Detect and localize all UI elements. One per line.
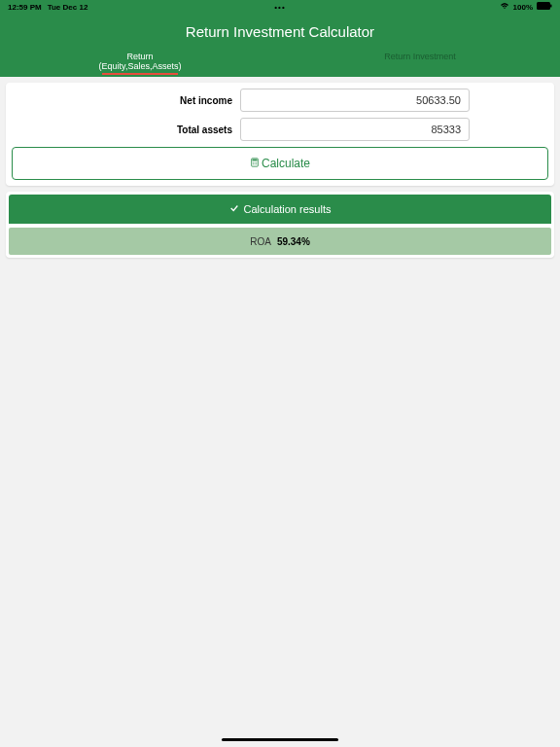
net-income-row: Net income [12, 89, 548, 112]
tab-return-investment[interactable]: Return Investment [280, 48, 560, 77]
status-bar: 12:59 PM Tue Dec 12 ••• 100% [0, 0, 560, 14]
battery-percent: 100% [513, 3, 533, 12]
tab-label: Return Investment [280, 52, 560, 61]
check-icon [229, 203, 239, 215]
svg-point-5 [254, 162, 255, 163]
status-date: Tue Dec 12 [48, 3, 88, 12]
input-card: Net income Total assets Calculate [6, 83, 554, 186]
wifi-icon [500, 2, 509, 12]
svg-point-8 [254, 163, 255, 164]
svg-point-6 [256, 162, 257, 163]
content-area: Net income Total assets Calculate Calcul… [0, 77, 560, 264]
page-title: Return Investment Calculator [0, 14, 560, 48]
results-heading: Calculation results [244, 203, 332, 215]
results-card: Calculation results ROA 59.34% [6, 192, 554, 258]
tab-return[interactable]: Return (Equity,Sales,Assets) [0, 48, 280, 77]
svg-rect-0 [537, 2, 550, 10]
tab-sublabel: (Equity,Sales,Assets) [0, 61, 280, 71]
total-assets-row: Total assets [12, 118, 548, 141]
battery-icon [537, 2, 552, 12]
home-indicator[interactable] [222, 738, 338, 741]
app-header: Return Investment Calculator Return (Equ… [0, 14, 560, 77]
status-time: 12:59 PM [8, 3, 42, 12]
svg-rect-1 [550, 5, 552, 8]
total-assets-label: Total assets [12, 124, 240, 135]
net-income-label: Net income [12, 95, 240, 106]
calculator-icon [250, 157, 260, 170]
svg-point-7 [253, 163, 254, 164]
status-dots: ••• [274, 3, 285, 12]
tab-bar: Return (Equity,Sales,Assets) Return Inve… [0, 48, 560, 77]
results-header: Calculation results [9, 195, 551, 224]
calculate-button[interactable]: Calculate [12, 147, 548, 180]
calculate-label: Calculate [262, 157, 310, 170]
tab-label: Return [0, 52, 280, 61]
net-income-input[interactable] [240, 89, 470, 112]
svg-point-4 [253, 162, 254, 163]
total-assets-input[interactable] [240, 118, 470, 141]
svg-rect-3 [252, 160, 257, 161]
roa-value: 59.34% [277, 236, 310, 247]
roa-label: ROA [250, 236, 271, 247]
svg-point-9 [256, 163, 257, 164]
roa-result-row: ROA 59.34% [9, 228, 551, 255]
